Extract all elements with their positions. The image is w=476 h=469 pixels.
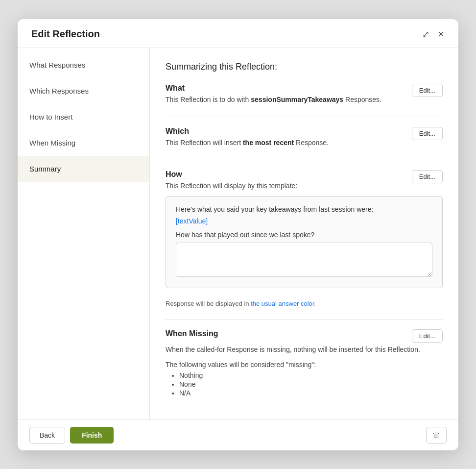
modal-body: What Responses Which Responses How to In… (18, 48, 458, 420)
sidebar-item-when-missing[interactable]: When Missing (18, 130, 149, 156)
what-desc-prefix: This Reflection is to do with (166, 96, 251, 103)
response-color-period: . (314, 300, 316, 307)
response-color-link[interactable]: the usual answer color (251, 300, 314, 307)
expand-button[interactable]: ⤢ (420, 28, 431, 41)
how-section-content: How This Reflection will display by this… (166, 170, 297, 191)
delete-button[interactable]: 🗑 (426, 427, 447, 444)
footer-left: Back Finish (29, 427, 114, 444)
template-link: [textValue] (176, 217, 432, 225)
sidebar-item-what-responses[interactable]: What Responses (18, 52, 149, 78)
which-section-content: Which This Reflection will insert the mo… (166, 127, 329, 148)
which-edit-button[interactable]: Edit... (412, 127, 443, 140)
sidebar-item-summary[interactable]: Summary (18, 156, 149, 182)
which-desc-prefix: This Reflection will insert (166, 139, 243, 147)
template-line1: Here's what you said your key takeaways … (176, 205, 432, 213)
how-divider (166, 319, 443, 320)
which-divider (166, 160, 443, 160)
when-missing-edit-button[interactable]: Edit... (412, 329, 443, 343)
template-question: How has that played out since we last sp… (176, 231, 432, 239)
how-desc: This Reflection will display by this tem… (166, 181, 297, 191)
sidebar-item-which-responses[interactable]: Which Responses (18, 78, 149, 104)
what-section-content: What This Reflection is to do with sessi… (166, 84, 381, 105)
what-heading: What (166, 84, 381, 93)
missing-list-item: None (179, 380, 443, 388)
what-section-row: What This Reflection is to do with sessi… (166, 84, 443, 105)
what-section: What This Reflection is to do with sessi… (166, 84, 443, 105)
what-edit-button[interactable]: Edit... (412, 84, 443, 97)
which-heading: Which (166, 127, 329, 136)
which-desc: This Reflection will insert the most rec… (166, 138, 329, 148)
which-section: Which This Reflection will insert the mo… (166, 127, 443, 148)
response-color-prefix: Response will be displayed in (166, 300, 251, 307)
response-color-note: Response will be displayed in the usual … (166, 300, 443, 307)
when-missing-section-row: When Missing Edit... (166, 329, 443, 343)
when-missing-desc1: When the called-for Response is missing,… (166, 345, 443, 355)
sidebar: What Responses Which Responses How to In… (18, 48, 150, 420)
main-content: Summarizing this Reflection: What This R… (150, 48, 458, 420)
what-desc-suffix: Responses. (343, 96, 381, 103)
template-box: Here's what you said your key takeaways … (166, 196, 443, 288)
how-section: How This Reflection will display by this… (166, 170, 443, 288)
how-section-row: How This Reflection will display by this… (166, 170, 443, 191)
back-button[interactable]: Back (29, 427, 65, 444)
modal-footer: Back Finish 🗑 (18, 420, 458, 450)
sidebar-item-how-to-insert[interactable]: How to Insert (18, 104, 149, 130)
modal-header-icons: ⤢ ✕ (420, 28, 447, 41)
which-section-row: Which This Reflection will insert the mo… (166, 127, 443, 148)
when-missing-heading: When Missing (166, 329, 218, 338)
missing-list-item: N/A (179, 389, 443, 397)
when-missing-section-content: When Missing (166, 329, 218, 340)
what-desc: This Reflection is to do with sessionSum… (166, 95, 381, 105)
which-desc-bold: the most recent (243, 139, 294, 147)
edit-reflection-modal: Edit Reflection ⤢ ✕ What Responses Which… (18, 19, 458, 450)
when-missing-desc2: The following values will be considered … (166, 361, 443, 369)
trash-icon: 🗑 (432, 431, 440, 439)
what-divider (166, 117, 443, 117)
close-button[interactable]: ✕ (435, 28, 447, 41)
when-missing-list: Nothing None N/A (166, 371, 443, 397)
finish-button[interactable]: Finish (70, 427, 114, 444)
how-heading: How (166, 170, 297, 179)
missing-list-item: Nothing (179, 371, 443, 379)
template-textarea[interactable] (176, 243, 432, 277)
modal-title: Edit Reflection (31, 28, 100, 40)
which-desc-suffix: Response. (294, 139, 329, 147)
page-title: Summarizing this Reflection: (166, 62, 443, 72)
what-desc-bold: sessionSummaryTakeaways (251, 96, 343, 103)
how-edit-button[interactable]: Edit... (412, 170, 443, 183)
when-missing-section: When Missing Edit... When the called-for… (166, 329, 443, 397)
modal-header: Edit Reflection ⤢ ✕ (18, 19, 458, 48)
